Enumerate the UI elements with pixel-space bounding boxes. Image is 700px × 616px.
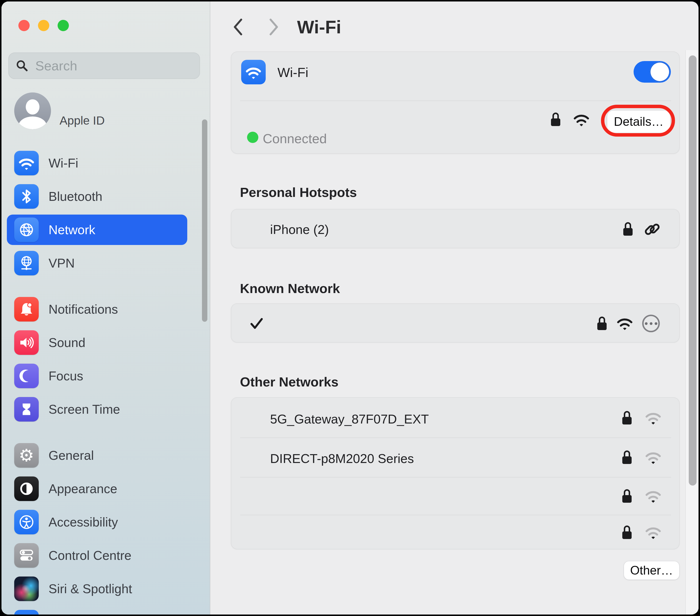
sidebar-item-label: Control Centre xyxy=(49,548,132,563)
scrollbar-track[interactable] xyxy=(685,50,699,615)
sidebar-item-label: VPN xyxy=(49,256,75,270)
screen-time-hourglass-icon xyxy=(14,397,39,421)
wifi-toggle[interactable] xyxy=(634,61,671,83)
lock-icon xyxy=(550,112,561,127)
network-name[interactable]: DIRECT-p8M2020 Series xyxy=(270,451,414,466)
scrollbar-thumb[interactable] xyxy=(689,56,697,485)
siri-orb-icon xyxy=(14,577,39,601)
row-divider xyxy=(240,515,671,515)
avatar-head xyxy=(26,99,39,114)
wifi-weak-icon xyxy=(645,489,661,503)
wifi-icon xyxy=(241,60,266,84)
card-divider xyxy=(240,100,671,101)
section-heading-personal-hotspots: Personal Hotspots xyxy=(240,185,357,200)
sidebar-item-focus[interactable]: Focus xyxy=(7,361,187,391)
sidebar-item-control-centre[interactable]: Control Centre xyxy=(7,540,187,571)
sidebar-scrollbar[interactable] xyxy=(202,120,207,322)
sidebar: Apple ID Wi-Fi Bluetooth xyxy=(1,1,210,615)
sidebar-item-partial-icon[interactable] xyxy=(14,610,39,615)
sidebar-item-label: Appearance xyxy=(49,481,117,496)
lock-icon xyxy=(597,316,607,331)
sidebar-item-label: Siri & Spotlight xyxy=(49,581,132,596)
sidebar-item-label: Focus xyxy=(49,369,83,383)
bluetooth-icon xyxy=(14,184,39,209)
other-button[interactable]: Other… xyxy=(624,561,680,580)
close-button[interactable] xyxy=(18,20,30,31)
sidebar-item-appearance[interactable]: Appearance xyxy=(7,473,187,504)
details-button-label: Details… xyxy=(614,114,664,129)
lock-icon xyxy=(623,221,633,237)
lock-icon xyxy=(622,450,632,465)
sidebar-item-label: Accessibility xyxy=(49,515,118,529)
wifi-card: Wi-Fi Details… Connected xyxy=(231,51,680,154)
lock-icon xyxy=(622,410,632,426)
checkmark-icon xyxy=(250,318,263,330)
search-icon xyxy=(16,59,28,72)
sidebar-item-general[interactable]: ⚙ General xyxy=(7,440,187,471)
wifi-icon xyxy=(14,151,39,175)
row-divider xyxy=(240,438,671,438)
appearance-contrast-icon xyxy=(14,477,39,501)
sidebar-item-sound[interactable]: Sound xyxy=(7,328,187,358)
wifi-weak-icon xyxy=(645,411,661,425)
avatar-body xyxy=(18,116,47,129)
back-button[interactable] xyxy=(233,18,243,36)
minimize-button[interactable] xyxy=(38,20,49,31)
sidebar-item-siri-spotlight[interactable]: Siri & Spotlight xyxy=(7,574,187,604)
sidebar-item-wifi[interactable]: Wi-Fi xyxy=(7,148,187,178)
network-globe-icon xyxy=(14,218,39,242)
sidebar-item-label: Wi-Fi xyxy=(49,156,78,170)
other-networks-card: 5G_Gateway_87F07D_EXT DIRECT-p8M2020 Ser… xyxy=(231,397,680,549)
details-button[interactable]: Details… xyxy=(607,110,671,133)
sidebar-item-label: General xyxy=(49,448,94,463)
sidebar-item-vpn[interactable]: VPN xyxy=(7,248,187,278)
hotspot-name[interactable]: iPhone (2) xyxy=(270,222,329,237)
sidebar-item-network[interactable]: Network xyxy=(7,214,187,245)
wifi-row-label: Wi-Fi xyxy=(277,65,308,80)
lock-icon xyxy=(622,489,632,504)
lock-icon xyxy=(622,525,632,540)
wifi-signal-icon xyxy=(573,113,589,127)
accessibility-icon xyxy=(14,510,39,534)
system-settings-window: Apple ID Wi-Fi Bluetooth xyxy=(1,1,699,615)
sidebar-item-apple-id[interactable]: Apple ID xyxy=(60,114,105,127)
sidebar-item-label: Notifications xyxy=(49,302,118,317)
sidebar-item-accessibility[interactable]: Accessibility xyxy=(7,507,187,537)
network-name[interactable]: 5G_Gateway_87F07D_EXT xyxy=(270,412,429,427)
search-input[interactable] xyxy=(35,58,183,74)
avatar[interactable] xyxy=(14,93,51,129)
sidebar-item-screen-time[interactable]: Screen Time xyxy=(7,394,187,424)
known-network-card xyxy=(231,303,680,343)
wifi-weak-icon xyxy=(645,526,661,540)
link-icon xyxy=(643,221,661,238)
sidebar-item-notifications[interactable]: Notifications xyxy=(7,294,187,324)
zoom-button[interactable] xyxy=(58,20,69,31)
connected-status-text: Connected xyxy=(263,131,327,146)
notifications-bell-icon xyxy=(14,297,39,321)
forward-button[interactable] xyxy=(268,18,279,36)
sidebar-item-label: Bluetooth xyxy=(49,189,102,204)
connected-status-dot xyxy=(247,132,258,143)
personal-hotspots-card: iPhone (2) xyxy=(231,209,680,248)
sidebar-item-label: Network xyxy=(49,222,95,237)
sidebar-item-label: Screen Time xyxy=(49,402,120,417)
toggle-knob xyxy=(650,62,670,82)
sidebar-item-bluetooth[interactable]: Bluetooth xyxy=(7,181,187,212)
wifi-signal-icon xyxy=(617,317,633,331)
more-icon[interactable] xyxy=(642,315,660,332)
control-centre-icon xyxy=(14,543,39,568)
search-field[interactable] xyxy=(8,52,200,79)
focus-moon-icon xyxy=(14,364,39,388)
general-gear-icon: ⚙ xyxy=(14,443,39,468)
page-title: Wi-Fi xyxy=(297,17,341,38)
vpn-icon xyxy=(14,251,39,275)
other-button-label: Other… xyxy=(630,563,673,578)
sidebar-item-label: Sound xyxy=(49,335,85,350)
row-divider xyxy=(240,477,671,478)
wifi-weak-icon xyxy=(645,451,661,465)
section-heading-other-networks: Other Networks xyxy=(240,374,338,390)
sound-speaker-icon xyxy=(14,330,39,355)
section-heading-known-network: Known Network xyxy=(240,281,340,296)
